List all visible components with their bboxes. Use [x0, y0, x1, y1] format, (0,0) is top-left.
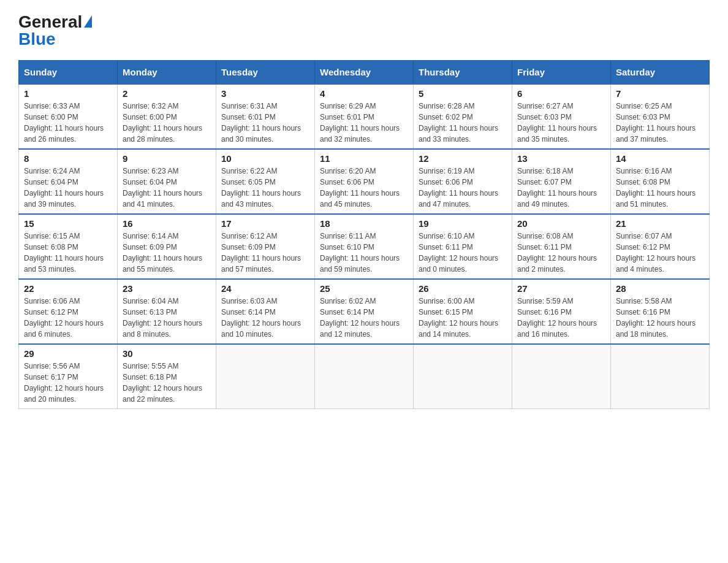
day-info: Sunrise: 6:32 AMSunset: 6:00 PMDaylight:… [123, 101, 211, 145]
calendar-cell: 21Sunrise: 6:07 AMSunset: 6:12 PMDayligh… [611, 214, 710, 279]
calendar-cell: 12Sunrise: 6:19 AMSunset: 6:06 PMDayligh… [414, 149, 512, 214]
calendar-cell: 18Sunrise: 6:11 AMSunset: 6:10 PMDayligh… [315, 214, 414, 279]
header-monday: Monday [118, 61, 216, 85]
calendar-cell: 3Sunrise: 6:31 AMSunset: 6:01 PMDaylight… [216, 84, 315, 149]
header: General Blue [18, 12, 710, 49]
calendar-cell: 26Sunrise: 6:00 AMSunset: 6:15 PMDayligh… [414, 279, 512, 344]
calendar-cell: 16Sunrise: 6:14 AMSunset: 6:09 PMDayligh… [118, 214, 216, 279]
logo-triangle-icon [84, 15, 92, 28]
day-number: 20 [517, 218, 605, 229]
calendar-cell: 4Sunrise: 6:29 AMSunset: 6:01 PMDaylight… [315, 84, 414, 149]
day-info: Sunrise: 6:20 AMSunset: 6:06 PMDaylight:… [320, 166, 408, 210]
day-info: Sunrise: 6:16 AMSunset: 6:08 PMDaylight:… [616, 166, 704, 210]
calendar-week-row: 29Sunrise: 5:56 AMSunset: 6:17 PMDayligh… [19, 344, 710, 409]
calendar-cell: 8Sunrise: 6:24 AMSunset: 6:04 PMDaylight… [19, 149, 118, 214]
day-number: 9 [123, 153, 211, 164]
day-number: 10 [221, 153, 309, 164]
day-number: 4 [320, 88, 408, 99]
calendar-table: SundayMondayTuesdayWednesdayThursdayFrid… [18, 60, 710, 409]
day-number: 23 [123, 283, 211, 294]
day-info: Sunrise: 5:55 AMSunset: 6:18 PMDaylight:… [123, 361, 211, 405]
day-info: Sunrise: 6:02 AMSunset: 6:14 PMDaylight:… [320, 296, 408, 340]
calendar-cell: 5Sunrise: 6:28 AMSunset: 6:02 PMDaylight… [414, 84, 512, 149]
day-info: Sunrise: 6:11 AMSunset: 6:10 PMDaylight:… [320, 231, 408, 275]
day-number: 15 [24, 218, 112, 229]
calendar-cell [611, 344, 710, 409]
day-number: 5 [419, 88, 507, 99]
day-number: 30 [123, 348, 211, 359]
day-number: 6 [517, 88, 605, 99]
day-info: Sunrise: 6:00 AMSunset: 6:15 PMDaylight:… [419, 296, 507, 340]
calendar-cell [414, 344, 512, 409]
day-info: Sunrise: 6:23 AMSunset: 6:04 PMDaylight:… [123, 166, 211, 210]
calendar-cell: 15Sunrise: 6:15 AMSunset: 6:08 PMDayligh… [19, 214, 118, 279]
day-number: 28 [616, 283, 704, 294]
header-sunday: Sunday [19, 61, 118, 85]
day-info: Sunrise: 5:56 AMSunset: 6:17 PMDaylight:… [24, 361, 112, 405]
day-info: Sunrise: 6:22 AMSunset: 6:05 PMDaylight:… [221, 166, 309, 210]
day-number: 2 [123, 88, 211, 99]
header-wednesday: Wednesday [315, 61, 414, 85]
calendar-cell: 30Sunrise: 5:55 AMSunset: 6:18 PMDayligh… [118, 344, 216, 409]
header-saturday: Saturday [611, 61, 710, 85]
day-info: Sunrise: 6:07 AMSunset: 6:12 PMDaylight:… [616, 231, 704, 275]
day-number: 22 [24, 283, 112, 294]
day-number: 3 [221, 88, 309, 99]
day-info: Sunrise: 6:29 AMSunset: 6:01 PMDaylight:… [320, 101, 408, 145]
calendar-week-row: 1Sunrise: 6:33 AMSunset: 6:00 PMDaylight… [19, 84, 710, 149]
day-number: 21 [616, 218, 704, 229]
calendar-cell: 14Sunrise: 6:16 AMSunset: 6:08 PMDayligh… [611, 149, 710, 214]
day-number: 17 [221, 218, 309, 229]
day-number: 14 [616, 153, 704, 164]
day-info: Sunrise: 6:19 AMSunset: 6:06 PMDaylight:… [419, 166, 507, 210]
day-number: 27 [517, 283, 605, 294]
day-info: Sunrise: 5:58 AMSunset: 6:16 PMDaylight:… [616, 296, 704, 340]
day-number: 8 [24, 153, 112, 164]
calendar-cell [216, 344, 315, 409]
calendar-cell: 27Sunrise: 5:59 AMSunset: 6:16 PMDayligh… [512, 279, 611, 344]
calendar-cell: 7Sunrise: 6:25 AMSunset: 6:03 PMDaylight… [611, 84, 710, 149]
day-info: Sunrise: 6:12 AMSunset: 6:09 PMDaylight:… [221, 231, 309, 275]
calendar-cell: 20Sunrise: 6:08 AMSunset: 6:11 PMDayligh… [512, 214, 611, 279]
calendar-cell: 19Sunrise: 6:10 AMSunset: 6:11 PMDayligh… [414, 214, 512, 279]
calendar-week-row: 22Sunrise: 6:06 AMSunset: 6:12 PMDayligh… [19, 279, 710, 344]
header-tuesday: Tuesday [216, 61, 315, 85]
day-number: 7 [616, 88, 704, 99]
day-number: 13 [517, 153, 605, 164]
day-number: 29 [24, 348, 112, 359]
calendar-cell: 1Sunrise: 6:33 AMSunset: 6:00 PMDaylight… [19, 84, 118, 149]
day-info: Sunrise: 6:08 AMSunset: 6:11 PMDaylight:… [517, 231, 605, 275]
calendar-cell: 23Sunrise: 6:04 AMSunset: 6:13 PMDayligh… [118, 279, 216, 344]
header-friday: Friday [512, 61, 611, 85]
calendar-cell: 2Sunrise: 6:32 AMSunset: 6:00 PMDaylight… [118, 84, 216, 149]
day-info: Sunrise: 6:03 AMSunset: 6:14 PMDaylight:… [221, 296, 309, 340]
day-info: Sunrise: 6:27 AMSunset: 6:03 PMDaylight:… [517, 101, 605, 145]
day-number: 26 [419, 283, 507, 294]
calendar-cell: 9Sunrise: 6:23 AMSunset: 6:04 PMDaylight… [118, 149, 216, 214]
day-info: Sunrise: 6:04 AMSunset: 6:13 PMDaylight:… [123, 296, 211, 340]
calendar-cell [315, 344, 414, 409]
calendar-week-row: 8Sunrise: 6:24 AMSunset: 6:04 PMDaylight… [19, 149, 710, 214]
day-info: Sunrise: 6:33 AMSunset: 6:00 PMDaylight:… [24, 101, 112, 145]
day-info: Sunrise: 6:28 AMSunset: 6:02 PMDaylight:… [419, 101, 507, 145]
day-info: Sunrise: 6:14 AMSunset: 6:09 PMDaylight:… [123, 231, 211, 275]
day-number: 24 [221, 283, 309, 294]
day-info: Sunrise: 6:06 AMSunset: 6:12 PMDaylight:… [24, 296, 112, 340]
day-number: 18 [320, 218, 408, 229]
day-number: 12 [419, 153, 507, 164]
calendar-cell: 28Sunrise: 5:58 AMSunset: 6:16 PMDayligh… [611, 279, 710, 344]
day-info: Sunrise: 6:10 AMSunset: 6:11 PMDaylight:… [419, 231, 507, 275]
day-info: Sunrise: 5:59 AMSunset: 6:16 PMDaylight:… [517, 296, 605, 340]
logo-blue: Blue [18, 29, 56, 49]
day-info: Sunrise: 6:18 AMSunset: 6:07 PMDaylight:… [517, 166, 605, 210]
day-info: Sunrise: 6:31 AMSunset: 6:01 PMDaylight:… [221, 101, 309, 145]
calendar-cell [512, 344, 611, 409]
calendar-cell: 24Sunrise: 6:03 AMSunset: 6:14 PMDayligh… [216, 279, 315, 344]
day-info: Sunrise: 6:24 AMSunset: 6:04 PMDaylight:… [24, 166, 112, 210]
day-info: Sunrise: 6:25 AMSunset: 6:03 PMDaylight:… [616, 101, 704, 145]
calendar-cell: 10Sunrise: 6:22 AMSunset: 6:05 PMDayligh… [216, 149, 315, 214]
day-number: 25 [320, 283, 408, 294]
calendar-cell: 17Sunrise: 6:12 AMSunset: 6:09 PMDayligh… [216, 214, 315, 279]
day-number: 11 [320, 153, 408, 164]
calendar-cell: 29Sunrise: 5:56 AMSunset: 6:17 PMDayligh… [19, 344, 118, 409]
